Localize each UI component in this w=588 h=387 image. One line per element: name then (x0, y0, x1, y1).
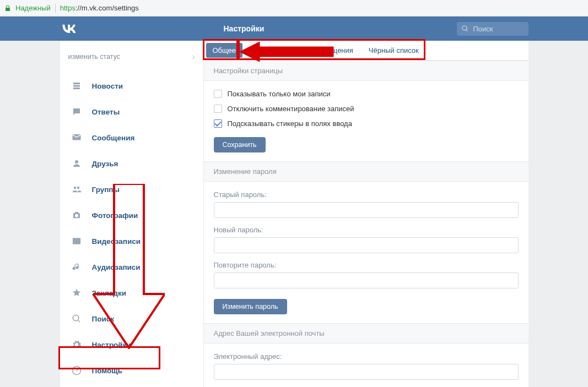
sidebar-item-bookmarks[interactable]: Закладки (60, 280, 203, 306)
checkbox-label: Отключить комментирование записей (228, 105, 354, 113)
sidebar-item-replies[interactable]: Ответы (60, 99, 203, 124)
app-header: Настройки (0, 17, 588, 41)
sidebar-label: Группы (92, 186, 120, 194)
messages-icon (71, 132, 82, 143)
label-new-password: Новый пароль: (214, 226, 519, 234)
secure-label: Надежный (15, 4, 51, 12)
photos-icon (71, 210, 82, 221)
sidebar-label: Ответы (92, 108, 120, 116)
sidebar-label: Видеозаписи (92, 237, 141, 246)
checkbox-checked-icon[interactable] (214, 119, 222, 128)
tab-general[interactable]: Общее (206, 43, 243, 58)
main-content: Общее Приватность Оповещения Чёрный спис… (203, 41, 528, 387)
input-repeat-password[interactable] (214, 272, 519, 288)
browser-address-bar: Надежный https://m.vk.com/settings (0, 0, 588, 17)
checkbox-disable-comments-row[interactable]: Отключить комментирование записей (214, 105, 519, 113)
tab-notifications[interactable]: Оповещения (303, 41, 361, 60)
replies-icon (71, 106, 82, 117)
sidebar-item-search[interactable]: Поиск (60, 306, 203, 331)
checkbox-own-posts-row[interactable]: Показывать только мои записи (214, 90, 519, 98)
sidebar-label: Новости (92, 82, 123, 90)
bookmarks-icon (71, 287, 82, 298)
input-old-password[interactable] (214, 202, 519, 218)
audio-icon (71, 261, 82, 272)
sidebar-label: Помощь (92, 367, 123, 375)
status-text: изменить статус (68, 53, 121, 61)
sidebar-item-messages[interactable]: Сообщения (60, 124, 203, 150)
checkbox-label: Подсказывать стикеры в полях ввода (228, 119, 352, 128)
section-body-page: Показывать только мои записи Отключить к… (204, 81, 528, 161)
tab-blacklist[interactable]: Чёрный список (361, 41, 427, 60)
vk-logo-icon[interactable] (60, 20, 78, 37)
sidebar-item-audio[interactable]: Аудиозаписи (60, 254, 203, 280)
section-header-page: Настройки страницы (204, 61, 528, 81)
sidebar-item-groups[interactable]: Группы (60, 176, 203, 202)
input-new-password[interactable] (214, 237, 519, 253)
label-email: Электронный адрес: (214, 352, 519, 361)
sidebar-label: Друзья (92, 160, 118, 168)
groups-icon (71, 184, 82, 195)
search-wrap (457, 22, 528, 36)
sidebar-item-videos[interactable]: Видеозаписи (60, 228, 203, 254)
sidebar-label: Фотографии (92, 211, 138, 220)
checkbox-icon[interactable] (214, 105, 222, 113)
videos-icon (71, 236, 82, 247)
section-header-password: Изменение пароля (204, 161, 528, 182)
help-icon (71, 365, 82, 376)
checkbox-icon[interactable] (214, 90, 222, 98)
chevron-right-icon: › (192, 52, 195, 62)
label-repeat-password: Повторите пароль: (214, 261, 519, 269)
checkbox-label: Показывать только мои записи (228, 90, 331, 98)
sidebar-item-settings[interactable]: Настройки (60, 331, 203, 357)
section-body-password: Старый пароль: Новый пароль: Повторите п… (204, 182, 528, 323)
change-status-row[interactable]: изменить статус › (60, 41, 203, 73)
section-header-email: Адрес Вашей электронной почты (204, 323, 528, 344)
label-old-password: Старый пароль: (214, 190, 519, 199)
tab-privacy[interactable]: Приватность (245, 41, 303, 60)
page-title: Настройки (224, 24, 265, 33)
lock-icon (4, 5, 11, 12)
sidebar-label: Сообщения (92, 134, 135, 142)
sidebar-label: Аудиозаписи (92, 263, 141, 271)
divider (55, 4, 56, 13)
sidebar-item-photos[interactable]: Фотографии (60, 202, 203, 228)
sidebar: изменить статус › Новости Ответы Сообщен… (60, 41, 203, 387)
friends-icon (71, 158, 82, 169)
checkbox-stickers-row[interactable]: Подсказывать стикеры в полях ввода (214, 119, 519, 128)
save-button[interactable]: Сохранить (214, 137, 266, 152)
sidebar-item-friends[interactable]: Друзья (60, 150, 203, 176)
sidebar-item-help[interactable]: Помощь (60, 357, 203, 383)
sidebar-item-news[interactable]: Новости (60, 73, 203, 99)
section-body-email: Электронный адрес: Сохранить адрес (204, 344, 528, 387)
settings-icon (71, 339, 82, 350)
sidebar-label: Закладки (92, 289, 127, 297)
search-icon (461, 25, 469, 32)
sidebar-label: Поиск (92, 315, 115, 323)
url-text[interactable]: https://m.vk.com/settings (60, 4, 139, 12)
settings-tabs: Общее Приватность Оповещения Чёрный спис… (204, 41, 528, 61)
search-nav-icon (71, 313, 82, 324)
change-password-button[interactable]: Изменить пароль (214, 299, 287, 314)
input-email[interactable] (214, 364, 519, 380)
news-icon (71, 80, 82, 91)
sidebar-label: Настройки (92, 341, 131, 349)
